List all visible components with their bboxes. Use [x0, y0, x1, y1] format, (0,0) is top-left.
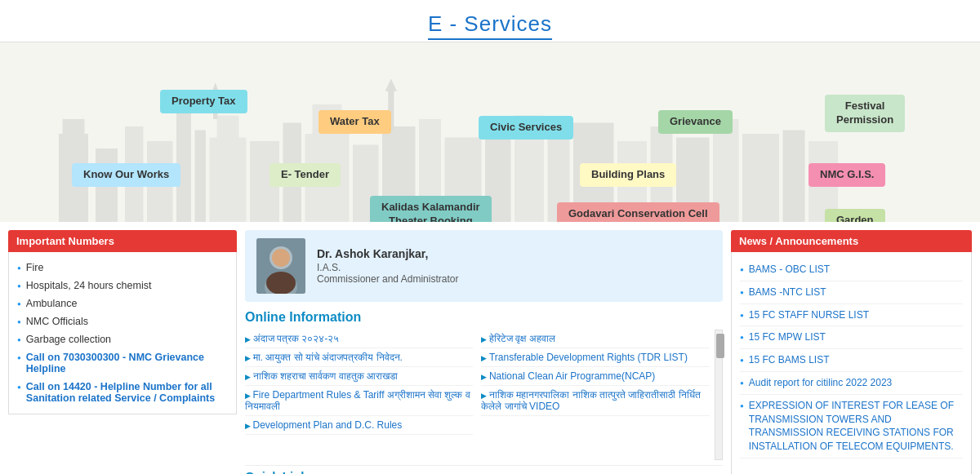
svg-marker-31 [385, 79, 397, 91]
online-info-left-link[interactable]: Development Plan and D.C. Rules [245, 416, 473, 435]
news-list: BAMS - OBC LISTBAMS -NTC LIST15 FC STAFF… [731, 252, 972, 474]
news-item[interactable]: EXPRESSION OF INTEREST FOR LEASE OF TRAN… [740, 395, 963, 458]
news-item[interactable]: BAMS - OBC LIST [740, 259, 963, 281]
important-number-item[interactable]: Call on 7030300300 - NMC Grievance Helpl… [17, 348, 228, 378]
service-tag-nmc-gis[interactable]: NMC G.I.S. [808, 163, 885, 187]
news-item[interactable]: 15 FC STAFF NURSE LIST [740, 304, 963, 327]
svg-rect-6 [195, 131, 207, 223]
svg-rect-7 [210, 138, 247, 223]
service-tag-garden[interactable]: Garden [825, 209, 885, 222]
scrollbar[interactable] [715, 330, 723, 460]
page-title: E - Services [0, 11, 980, 37]
header: E - Services [0, 0, 980, 42]
bottom-section: Important Numbers FireHospitals, 24 hour… [0, 222, 980, 474]
online-info-right-link[interactable]: नाशिक महानगरपालिका नाशिक तात्पुरते जाहिर… [481, 386, 709, 416]
services-section: Property TaxWater TaxCivic ServicesGriev… [0, 42, 980, 222]
commissioner-photo [256, 238, 305, 294]
commissioner-box: Dr. Ashok Karanjkar, I.A.S. Commissioner… [245, 230, 723, 302]
service-tag-civic-services[interactable]: Civic Services [479, 116, 573, 140]
online-info-right-link[interactable]: Transferable Development Rights (TDR LIS… [481, 348, 709, 367]
svg-point-36 [266, 272, 296, 294]
important-numbers-header: Important Numbers [8, 230, 237, 252]
important-number-item: Fire [17, 259, 228, 277]
svg-rect-8 [217, 116, 239, 142]
important-number-item: Garbage collection [17, 330, 228, 348]
commissioner-name: Dr. Ashok Karanjkar, [317, 247, 458, 260]
important-numbers-content: FireHospitals, 24 hours chemistAmbulance… [8, 252, 237, 414]
news-header: News / Announcements [731, 230, 972, 252]
important-number-item: Ambulance [17, 295, 228, 312]
scroll-thumb [716, 334, 724, 358]
service-tag-grievance[interactable]: Grievance [658, 110, 733, 134]
commissioner-info: Dr. Ashok Karanjkar, I.A.S. Commissioner… [317, 247, 458, 285]
online-info-left-link[interactable]: मा. आयुक्त सो यांचे अंदाजपत्रकीय निवेदन. [245, 348, 473, 367]
service-tag-water-tax[interactable]: Water Tax [318, 110, 391, 134]
important-number-item: NMC Officials [17, 312, 228, 330]
online-info-right-link[interactable]: हेरिटेज वृक्ष अहवाल [481, 330, 709, 348]
important-number-item: Hospitals, 24 hours chemist [17, 277, 228, 295]
left-panel: Important Numbers FireHospitals, 24 hour… [8, 230, 237, 474]
svg-rect-26 [783, 131, 805, 223]
service-tag-building-plans[interactable]: Building Plans [580, 163, 676, 187]
important-number-item[interactable]: Call on 14420 - Helpline Number for all … [17, 378, 228, 407]
online-info-left-link[interactable]: नाशिक शहराचा सार्वकण वाहतुक आराखडा [245, 367, 473, 386]
news-item[interactable]: BAMS -NTC LIST [740, 281, 963, 304]
svg-point-35 [272, 249, 290, 267]
service-tag-godavari[interactable]: Godavari Conservation Cell [557, 202, 719, 222]
service-tag-property-tax[interactable]: Property Tax [160, 90, 247, 113]
right-panel: News / Announcements BAMS - OBC LISTBAMS… [731, 230, 972, 474]
service-tag-e-tender[interactable]: E- Tender [270, 163, 341, 187]
service-tag-know-our-works[interactable]: Know Our Works [72, 163, 180, 187]
online-info-left-link[interactable]: Fire Department Rules & Tariff अग्रीशामन… [245, 386, 473, 416]
online-info-container: अंदाज पत्रक २०२४-२५मा. आयुक्त सो यांचे अ… [245, 330, 723, 460]
online-info-grid: अंदाज पत्रक २०२४-२५मा. आयुक्त सो यांचे अ… [245, 330, 710, 460]
news-item[interactable]: 15 FC MPW LIST [740, 326, 963, 349]
svg-rect-25 [742, 134, 779, 222]
quick-links-title: Quick Links [245, 465, 723, 474]
important-numbers-list: FireHospitals, 24 hours chemistAmbulance… [17, 259, 228, 407]
commissioner-avatar [256, 238, 305, 294]
service-tag-kalidas[interactable]: Kalidas Kalamandir Theater Booking [370, 196, 492, 222]
commissioner-title: I.A.S. [317, 262, 458, 273]
online-info-title: Online Information [245, 310, 723, 325]
commissioner-role: Commissioner and Administrator [317, 273, 458, 285]
left-links-col: अंदाज पत्रक २०२४-२५मा. आयुक्त सो यांचे अ… [245, 330, 473, 460]
online-info-left-link[interactable]: अंदाज पत्रक २०२४-२५ [245, 330, 473, 348]
service-tag-festival-permission[interactable]: Festival Permission [825, 95, 905, 132]
right-links-col: हेरिटेज वृक्ष अहवालTransferable Developm… [481, 330, 709, 460]
center-panel: Dr. Ashok Karanjkar, I.A.S. Commissioner… [245, 230, 723, 474]
news-items: BAMS - OBC LISTBAMS -NTC LIST15 FC STAFF… [740, 259, 963, 458]
news-item[interactable]: 15 FC BAMS LIST [740, 349, 963, 372]
news-item[interactable]: Audit report for citilinc 2022 2023 [740, 372, 963, 395]
svg-rect-1 [63, 119, 85, 138]
online-info-right-link[interactable]: National Clean Air Programme(NCAP) [481, 367, 709, 386]
